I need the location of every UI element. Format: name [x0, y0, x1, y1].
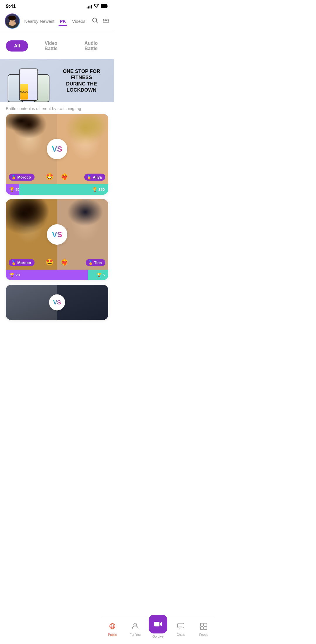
status-icons [87, 4, 108, 9]
filter-audio-battle[interactable]: Audio Battle [74, 38, 108, 54]
progress-left-2: 🏆 20 [6, 270, 88, 280]
battle-emoji-left-1: 🤩 [46, 173, 54, 181]
user-avatar[interactable] [5, 13, 20, 29]
phone-center: GOLD'S [19, 68, 38, 101]
progress-bar-1: 🏆 50 🏆 350 [6, 184, 108, 195]
battle-card-1[interactable]: 🏅 Moroco 🤩 VS ❤️‍🔥 🏅 Aliya [6, 114, 108, 195]
nav-pk[interactable]: PK [55, 18, 71, 25]
svg-point-6 [9, 21, 16, 26]
battle-emoji-right-2: ❤️‍🔥 [61, 258, 68, 266]
vs-badge-1: VS [47, 139, 67, 159]
svg-rect-0 [101, 4, 107, 8]
battle-emoji-right-1: ❤️‍🔥 [61, 173, 68, 181]
status-bar: 9:41 [0, 0, 114, 12]
signal-icon [87, 4, 92, 8]
battle-emoji-left-2: 🤩 [46, 258, 54, 266]
header: Nearby Newest PK Videos [0, 12, 114, 32]
banner-text: ONE STOP FOR FITNESS DURING THE LOCKDOWN [52, 68, 111, 93]
progress-bar-2: 🏆 20 🏆 5 [6, 270, 108, 280]
banner-phones: GOLD'S [0, 59, 57, 102]
crown-icon[interactable] [102, 18, 109, 25]
filter-bar: All Video Battle Audio Battle [0, 32, 114, 59]
search-icon[interactable] [92, 17, 98, 25]
banner-headline: ONE STOP FOR FITNESS DURING THE LOCKDOWN [52, 68, 111, 93]
battle-images-1: 🏅 Moroco 🤩 VS ❤️‍🔥 🏅 Aliya [6, 114, 108, 184]
left-user-badge-2: 🏅 Moroco [9, 259, 35, 266]
filter-all[interactable]: All [6, 40, 28, 52]
battle-images-2: 🏅 Moroco 🤩 VS ❤️‍🔥 🏅 Tina [6, 199, 108, 270]
progress-right-2: 🏆 5 [88, 270, 108, 280]
battle-images-3: VS [6, 285, 108, 320]
battery-icon [101, 4, 108, 9]
progress-right-1: 🏆 350 [19, 184, 109, 195]
left-user-badge-1: 🏅 Moroco [9, 174, 35, 181]
scroll-content: All Video Battle Audio Battle GOLD'S ONE [0, 32, 114, 354]
right-user-badge-1: 🏅 Aliya [84, 174, 105, 181]
battle-subtitle: Battle content is different by switching… [0, 102, 114, 114]
svg-point-4 [8, 16, 13, 20]
filter-video-battle[interactable]: Video Battle [34, 38, 68, 54]
vs-badge-3: VS [49, 294, 65, 311]
nav-nearby[interactable]: Nearby [23, 18, 39, 25]
right-user-badge-2: 🏅 Tina [86, 259, 106, 266]
nav-videos[interactable]: Videos [71, 18, 87, 25]
battle-card-2[interactable]: 🏅 Moroco 🤩 VS ❤️‍🔥 🏅 Tina � [6, 199, 108, 280]
wifi-icon [94, 4, 99, 9]
promo-banner[interactable]: GOLD'S ONE STOP FOR FITNESS DURING THE L… [0, 59, 114, 102]
status-time: 9:41 [6, 4, 16, 9]
nav-action-icons [92, 17, 109, 25]
vs-badge-2: VS [47, 224, 67, 245]
svg-rect-1 [108, 5, 109, 7]
svg-line-8 [96, 21, 98, 23]
progress-left-1: 🏆 50 [6, 184, 19, 195]
battle-card-3[interactable]: VS [6, 285, 108, 320]
nav-newest[interactable]: Newest [39, 18, 55, 25]
nav-items: Nearby Newest PK Videos [23, 18, 87, 25]
